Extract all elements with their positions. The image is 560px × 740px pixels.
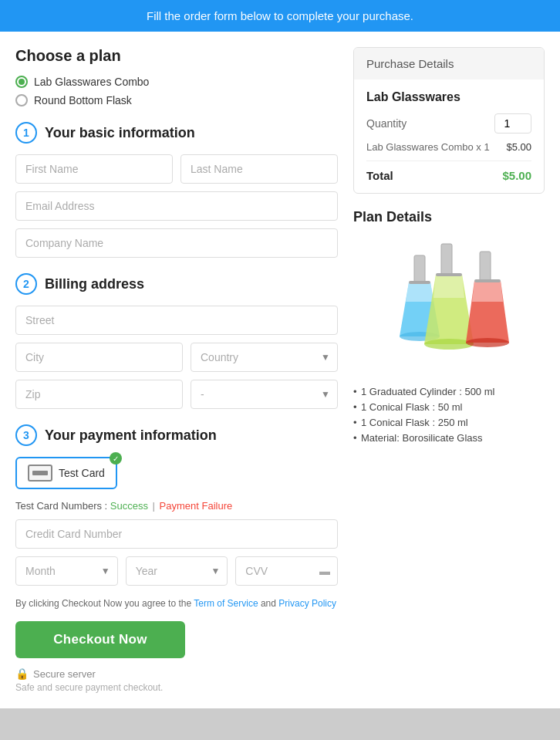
success-link[interactable]: Success (110, 500, 148, 512)
card-option-label: Test Card (59, 467, 105, 479)
purchase-details-header: Purchase Details (354, 48, 544, 79)
test-card-numbers: Test Card Numbers : Success | Payment Fa… (15, 500, 338, 512)
plan-option-label: Lab Glasswares Combo (34, 76, 149, 88)
line-item-price: $5.00 (506, 141, 531, 153)
radio-unselected-icon (15, 94, 28, 106)
svg-rect-4 (409, 281, 430, 284)
plan-details-title: Plan Details (353, 209, 545, 225)
plan-details-section: Plan Details (353, 209, 545, 444)
main-container: Choose a plan Lab Glasswares Combo Round… (0, 32, 560, 708)
total-label: Total (366, 169, 393, 182)
country-select-wrapper: Country United States United Kingdom Can… (191, 343, 338, 372)
year-select[interactable]: Year 2024 2025 2026 2027 2028 (126, 556, 228, 586)
product-name: Lab Glasswares (366, 90, 531, 104)
plan-option-lab-glasswares[interactable]: Lab Glasswares Combo (15, 76, 338, 88)
step1-header: 1 Your basic information (15, 122, 338, 144)
left-panel: Choose a plan Lab Glasswares Combo Round… (15, 47, 338, 693)
purchase-details-box: Purchase Details Lab Glasswares Quantity… (353, 47, 545, 194)
checkout-button[interactable]: Checkout Now (15, 621, 185, 658)
check-badge-icon: ✓ (110, 452, 122, 465)
svg-rect-0 (414, 255, 425, 282)
purchase-details-body: Lab Glasswares Quantity Lab Glasswares C… (354, 79, 544, 193)
svg-marker-2 (406, 282, 433, 302)
step2-circle: 2 (15, 273, 37, 295)
terms-text: By clicking Checkout Now you agree to th… (15, 596, 338, 610)
quantity-input[interactable] (494, 113, 531, 133)
privacy-link[interactable]: Privacy Policy (278, 598, 336, 609)
payment-failure-link[interactable]: Payment Failure (160, 500, 233, 512)
cvv-wrapper: ▬ (235, 556, 338, 586)
secure-note: 🔒 Secure server (15, 667, 338, 680)
test-card-option[interactable]: Test Card ✓ (15, 457, 117, 489)
card-expiry-row: Month 01 02 03 04 05 06 07 08 09 10 11 1… (15, 556, 338, 586)
card-icon (28, 465, 52, 482)
zip-state-row: - ▼ (15, 380, 338, 409)
flask-illustration (353, 236, 545, 375)
email-input[interactable] (15, 191, 338, 221)
company-row (15, 228, 338, 258)
banner-text: Fill the order form below to complete yo… (147, 9, 413, 22)
country-select[interactable]: Country United States United Kingdom Can… (191, 343, 338, 372)
plan-detail-item: 1 Conical Flask : 250 ml (353, 417, 545, 428)
svg-marker-12 (472, 281, 503, 302)
plan-detail-item: 1 Graduated Cylinder : 500 ml (353, 386, 545, 397)
lock-icon: 🔒 (15, 667, 29, 680)
total-row: Total $5.00 (366, 169, 531, 182)
line-item-row: Lab Glasswares Combo x 1 $5.00 (366, 141, 531, 153)
choose-plan-section: Choose a plan Lab Glasswares Combo Round… (15, 47, 338, 106)
top-banner: Fill the order form below to complete yo… (0, 0, 560, 32)
street-input[interactable] (15, 306, 338, 335)
credit-card-input[interactable] (15, 519, 338, 549)
step3-header: 3 Your payment information (15, 424, 338, 446)
svg-point-13 (466, 338, 509, 347)
street-row (15, 306, 338, 335)
secure-sub-label: Safe and secure payment checkout. (15, 682, 338, 693)
cvv-card-icon: ▬ (319, 565, 330, 577)
step2-header: 2 Billing address (15, 273, 338, 295)
step1-title: Your basic information (45, 125, 195, 141)
plan-option-round-bottom-flask[interactable]: Round Bottom Flask (15, 94, 338, 106)
svg-rect-9 (436, 273, 462, 276)
svg-rect-5 (441, 244, 452, 275)
last-name-input[interactable] (180, 154, 338, 184)
basic-info-section: 1 Your basic information (15, 122, 338, 258)
quantity-row: Quantity (366, 113, 531, 133)
state-select[interactable]: - (191, 380, 338, 409)
choose-plan-title: Choose a plan (15, 47, 338, 65)
tos-link[interactable]: Term of Service (194, 598, 258, 609)
month-select[interactable]: Month 01 02 03 04 05 06 07 08 09 10 11 1… (15, 556, 118, 586)
step3-circle: 3 (15, 424, 37, 446)
quantity-label: Quantity (366, 117, 407, 130)
right-panel: Purchase Details Lab Glasswares Quantity… (353, 47, 545, 693)
plan-detail-item: 1 Conical Flask : 50 ml (353, 401, 545, 413)
svg-rect-10 (480, 252, 491, 281)
plan-option-label: Round Bottom Flask (34, 94, 132, 106)
first-name-input[interactable] (15, 154, 173, 184)
name-row (15, 154, 338, 184)
plan-details-list: 1 Graduated Cylinder : 500 ml 1 Conical … (353, 386, 545, 444)
billing-address-section: 2 Billing address Country United States … (15, 273, 338, 409)
step2-title: Billing address (45, 276, 144, 292)
email-row (15, 191, 338, 221)
credit-card-row (15, 519, 338, 549)
plan-detail-item: Material: Borosilicate Glass (353, 432, 545, 444)
radio-selected-icon (15, 76, 28, 88)
year-select-wrapper: Year 2024 2025 2026 2027 2028 ▼ (126, 556, 228, 586)
total-value: $5.00 (502, 169, 531, 182)
step1-circle: 1 (15, 122, 37, 144)
company-name-input[interactable] (15, 228, 338, 258)
secure-label: Secure server (33, 668, 96, 680)
city-country-row: Country United States United Kingdom Can… (15, 343, 338, 372)
line-item-label: Lab Glasswares Combo x 1 (366, 141, 490, 153)
city-input[interactable] (15, 343, 183, 372)
svg-rect-14 (474, 279, 501, 282)
step3-title: Your payment information (45, 427, 217, 444)
divider (366, 161, 531, 161)
payment-info-section: 3 Your payment information Test Card ✓ T… (15, 424, 338, 586)
svg-marker-7 (433, 275, 464, 298)
zip-input[interactable] (15, 380, 183, 409)
month-select-wrapper: Month 01 02 03 04 05 06 07 08 09 10 11 1… (15, 556, 118, 586)
state-select-wrapper: - ▼ (191, 380, 338, 409)
